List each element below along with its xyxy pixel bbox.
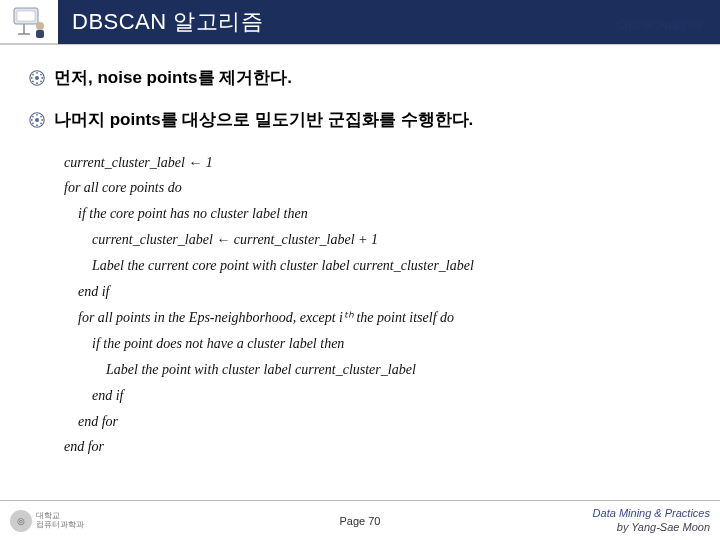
pseudo-line: for all points in the Eps-neighborhood, … <box>64 305 692 331</box>
pseudo-line: if the core point has no cluster label t… <box>64 201 692 227</box>
svg-point-7 <box>36 72 38 74</box>
pseudo-line: current_cluster_label ← current_cluster_… <box>64 227 692 253</box>
bullet-item: 나머지 points를 대상으로 밀도기반 군집화를 수행한다. <box>28 108 692 132</box>
slide-footer: ◎ 대학교 컴퓨터과학과 Page 70 Data Mining & Pract… <box>0 500 720 540</box>
pseudo-line: current_cluster_label ← 1 <box>64 150 692 176</box>
bullet-text: 나머지 points를 대상으로 밀도기반 군집화를 수행한다. <box>54 108 473 132</box>
university-seal-icon: ◎ <box>10 510 32 532</box>
pseudo-line: if the point does not have a cluster lab… <box>64 331 692 357</box>
bullet-text: 먼저, noise points를 제거한다. <box>54 66 292 90</box>
bullet-icon <box>28 111 46 129</box>
svg-point-10 <box>40 81 42 83</box>
footer-credit-line1: Data Mining & Practices <box>593 507 710 521</box>
pseudo-line: end for <box>64 409 692 435</box>
pseudo-line: end for <box>64 434 692 460</box>
svg-point-2 <box>36 22 44 30</box>
svg-rect-3 <box>36 30 44 38</box>
svg-point-18 <box>40 115 42 117</box>
presenter-icon <box>8 4 50 40</box>
pseudo-line: end if <box>64 383 692 409</box>
header-category: Cluster Analysis <box>617 18 702 32</box>
slide-title: DBSCAN 알고리즘 <box>58 7 263 37</box>
svg-rect-1 <box>17 11 35 21</box>
footer-credit-line2: by Yang-Sae Moon <box>593 521 710 535</box>
pseudo-line: end if <box>64 279 692 305</box>
slide: DBSCAN 알고리즘 Cluster Analysis 먼저, noise p… <box>0 0 720 540</box>
slide-header: DBSCAN 알고리즘 <box>0 0 720 44</box>
svg-point-9 <box>41 77 43 79</box>
header-icon-box <box>0 0 58 44</box>
svg-point-21 <box>36 124 38 126</box>
footer-logo-line2: 컴퓨터과학과 <box>36 521 84 530</box>
pseudocode-block: current_cluster_label ← 1 for all core p… <box>64 150 692 461</box>
svg-point-12 <box>32 81 34 83</box>
page-number: Page 70 <box>340 515 381 527</box>
svg-point-11 <box>36 82 38 84</box>
footer-credits: Data Mining & Practices by Yang-Sae Moon <box>593 507 710 535</box>
pseudo-line: Label the current core point with cluste… <box>64 253 692 279</box>
svg-point-14 <box>32 74 34 76</box>
svg-point-22 <box>32 122 34 124</box>
svg-point-13 <box>31 77 33 79</box>
svg-point-24 <box>32 115 34 117</box>
svg-point-8 <box>40 74 42 76</box>
footer-logo-text: 대학교 컴퓨터과학과 <box>36 512 84 530</box>
footer-logo: ◎ 대학교 컴퓨터과학과 <box>10 507 130 535</box>
svg-point-20 <box>40 122 42 124</box>
bullet-item: 먼저, noise points를 제거한다. <box>28 66 692 90</box>
svg-point-23 <box>31 119 33 121</box>
svg-point-17 <box>36 114 38 116</box>
svg-point-15 <box>35 76 39 80</box>
bullet-icon <box>28 69 46 87</box>
svg-point-25 <box>35 118 39 122</box>
pseudo-line: Label the point with cluster label curre… <box>64 357 692 383</box>
pseudo-line: for all core points do <box>64 175 692 201</box>
slide-content: 먼저, noise points를 제거한다. 나머지 points를 대상으로… <box>0 44 720 540</box>
svg-point-19 <box>41 119 43 121</box>
